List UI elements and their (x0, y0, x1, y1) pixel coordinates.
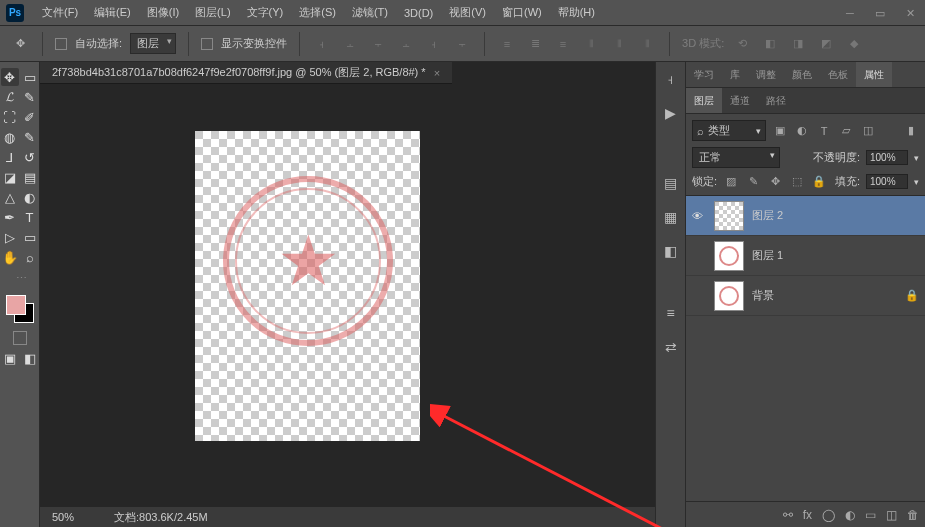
menu-file[interactable]: 文件(F) (34, 5, 86, 20)
shape-tool[interactable]: ▭ (21, 228, 39, 246)
link-layers-icon[interactable]: ⚯ (783, 508, 793, 522)
layer-thumbnail[interactable] (714, 201, 744, 231)
lock-position-icon[interactable]: ✥ (767, 175, 783, 189)
group-icon[interactable]: ▭ (865, 508, 876, 522)
3d-slide-icon[interactable]: ◨ (788, 34, 808, 54)
layer-row[interactable]: 👁图层 2 (686, 196, 925, 236)
layer-thumbnail[interactable] (714, 281, 744, 311)
panel-icon-1[interactable]: ⫞ (662, 70, 680, 88)
zoom-tool[interactable]: ⌕ (21, 248, 39, 266)
lock-all-icon[interactable]: 🔒 (811, 175, 827, 189)
filter-adjust-icon[interactable]: ◐ (794, 124, 810, 138)
panel-icon-5[interactable]: ◧ (662, 242, 680, 260)
menu-layer[interactable]: 图层(L) (187, 5, 238, 20)
pen-tool[interactable]: ✒ (1, 208, 19, 226)
distribute-2-icon[interactable]: ≣ (525, 34, 545, 54)
history-brush-tool[interactable]: ↺ (21, 148, 39, 166)
brush-tool[interactable]: ✎ (21, 128, 39, 146)
maximize-button[interactable]: ▭ (865, 0, 895, 26)
screen-mode-button[interactable]: ▣ (1, 349, 19, 367)
type-tool[interactable]: T (21, 208, 39, 226)
canvas[interactable]: ★ (40, 84, 655, 507)
layer-fx-icon[interactable]: fx (803, 508, 812, 522)
adjustment-layer-icon[interactable]: ◐ (845, 508, 855, 522)
tab-color[interactable]: 颜色 (784, 62, 820, 87)
panel-icon-6[interactable]: ≡ (662, 304, 680, 322)
distribute-1-icon[interactable]: ≡ (497, 34, 517, 54)
layer-thumbnail[interactable] (714, 241, 744, 271)
tab-paths[interactable]: 路径 (758, 88, 794, 113)
tab-layers[interactable]: 图层 (686, 88, 722, 113)
menu-type[interactable]: 文字(Y) (239, 5, 292, 20)
dodge-tool[interactable]: ◐ (21, 188, 39, 206)
menu-filter[interactable]: 滤镜(T) (344, 5, 396, 20)
distribute-3-icon[interactable]: ≡ (553, 34, 573, 54)
lock-pixels-icon[interactable]: ✎ (745, 175, 761, 189)
panel-icon-4[interactable]: ▦ (662, 208, 680, 226)
move-tool[interactable]: ✥ (1, 68, 19, 86)
quick-mask-button[interactable] (13, 331, 27, 345)
panel-icon-7[interactable]: ⇄ (662, 338, 680, 356)
tab-lib[interactable]: 库 (722, 62, 748, 87)
stamp-tool[interactable]: ⅃ (1, 148, 19, 166)
document-tab[interactable]: 2f738bd4b31c8701a7b08df6247f9e2f0708ff9f… (40, 62, 452, 84)
crop-tool[interactable]: ⛶ (1, 108, 19, 126)
hand-tool[interactable]: ✋ (1, 248, 19, 266)
heal-tool[interactable]: ◍ (1, 128, 19, 146)
3d-pan-icon[interactable]: ◧ (760, 34, 780, 54)
lock-nest-icon[interactable]: ⬚ (789, 175, 805, 189)
menu-select[interactable]: 选择(S) (291, 5, 344, 20)
show-transform-checkbox[interactable] (201, 38, 213, 50)
delete-layer-icon[interactable]: 🗑 (907, 508, 919, 522)
panel-icon-3[interactable]: ▤ (662, 174, 680, 192)
opacity-input[interactable]: 100% (866, 150, 908, 165)
eyedropper-tool[interactable]: ✐ (21, 108, 39, 126)
path-select-tool[interactable]: ▷ (1, 228, 19, 246)
layer-row[interactable]: 图层 1 (686, 236, 925, 276)
menu-view[interactable]: 视图(V) (441, 5, 494, 20)
zoom-value[interactable]: 50% (52, 511, 74, 523)
tab-swatch[interactable]: 色板 (820, 62, 856, 87)
lock-transparency-icon[interactable]: ▨ (723, 175, 739, 189)
menu-image[interactable]: 图像(I) (139, 5, 187, 20)
align-center-v-icon[interactable]: ⫞ (424, 34, 444, 54)
3d-scale-icon[interactable]: ◩ (816, 34, 836, 54)
align-left-icon[interactable]: ⫞ (312, 34, 332, 54)
layer-filter-dropdown[interactable]: ⌕ 类型 ▾ (692, 120, 766, 141)
blend-mode-dropdown[interactable]: 正常 (692, 147, 780, 168)
3d-orbit-icon[interactable]: ⟲ (732, 34, 752, 54)
auto-select-dropdown[interactable]: 图层 (130, 33, 176, 54)
screen-mode-2-button[interactable]: ◧ (21, 349, 39, 367)
gradient-tool[interactable]: ▤ (21, 168, 39, 186)
menu-3d[interactable]: 3D(D) (396, 7, 441, 19)
panel-icon-2[interactable]: ▶ (662, 104, 680, 122)
3d-camera-icon[interactable]: ◆ (844, 34, 864, 54)
tab-adjust[interactable]: 调整 (748, 62, 784, 87)
close-button[interactable]: ✕ (895, 0, 925, 26)
quick-select-tool[interactable]: ✎ (21, 88, 39, 106)
menu-window[interactable]: 窗口(W) (494, 5, 550, 20)
minimize-button[interactable]: ─ (835, 0, 865, 26)
menu-help[interactable]: 帮助(H) (550, 5, 603, 20)
align-top-icon[interactable]: ⫠ (396, 34, 416, 54)
visibility-icon[interactable]: 👁 (692, 210, 706, 222)
align-center-h-icon[interactable]: ⫠ (340, 34, 360, 54)
filter-smart-icon[interactable]: ◫ (860, 124, 876, 138)
tab-channels[interactable]: 通道 (722, 88, 758, 113)
align-bottom-icon[interactable]: ⫟ (452, 34, 472, 54)
color-swatches[interactable] (6, 295, 34, 323)
marquee-tool[interactable]: ▭ (21, 68, 39, 86)
tab-props[interactable]: 属性 (856, 62, 892, 87)
filter-type-icon[interactable]: T (816, 124, 832, 138)
tab-learn[interactable]: 学习 (686, 62, 722, 87)
align-right-icon[interactable]: ⫟ (368, 34, 388, 54)
distribute-4-icon[interactable]: ⫴ (581, 34, 601, 54)
auto-select-checkbox[interactable] (55, 38, 67, 50)
lasso-tool[interactable]: 𝓛 (1, 88, 19, 106)
layer-mask-icon[interactable]: ◯ (822, 508, 835, 522)
tab-close-icon[interactable]: × (434, 67, 440, 79)
distribute-5-icon[interactable]: ⫴ (609, 34, 629, 54)
filter-toggle-icon[interactable]: ▮ (903, 124, 919, 138)
filter-image-icon[interactable]: ▣ (772, 124, 788, 138)
filter-shape-icon[interactable]: ▱ (838, 124, 854, 138)
